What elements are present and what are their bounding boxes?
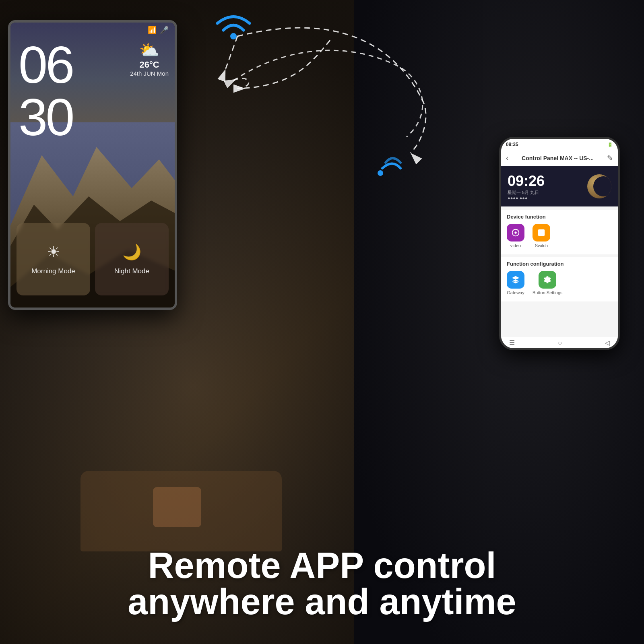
svg-rect-9 [538,229,545,236]
phone-header: ‹ Control Panel MAX -- US-... ✎ [501,150,618,166]
weather-widget: ⛅ 26°C 24th JUN Mon [130,41,169,77]
svg-point-4 [230,33,237,39]
phone-clock-date2: ●●●● ●●● [508,196,545,200]
gateway-icon [507,271,524,289]
back-button[interactable]: ‹ [506,154,508,162]
nav-back[interactable]: ◁ [605,339,610,347]
phone-clock-widget: 09:26 星期一 5月 九日 ●●●● ●●● [501,166,618,206]
tablet-body: 📶 🎤 06 30 ⛅ 26°C 24th JUN Mon ☀ Morning … [8,20,177,310]
gateway-label: Gateway [507,290,524,295]
tablet-status-bar: 📶 🎤 [148,26,169,35]
video-item[interactable]: video [507,224,524,248]
phone-content: 09:26 星期一 5月 九日 ●●●● ●●● Device function [501,166,618,337]
weather-date: 24th JUN Mon [130,70,169,77]
pillow [153,487,201,527]
switch-label: Switch [535,243,548,248]
nav-menu[interactable]: ☰ [509,339,515,347]
edit-button[interactable]: ✎ [607,154,613,163]
weather-temp: 26°C [130,60,169,70]
tablet-screen: 📶 🎤 06 30 ⛅ 26°C 24th JUN Mon ☀ Morning … [10,23,175,308]
tablet-wifi-icon: 📶 [148,26,157,35]
nav-home[interactable]: ○ [558,339,562,347]
phone-title: Control Panel MAX -- US-... [522,155,594,161]
tablet-clock: 06 30 [19,39,73,143]
function-config-section: Function configuration Gateway [501,257,618,301]
svg-rect-11 [542,231,543,234]
svg-point-5 [378,170,383,176]
tablet-hour: 06 [19,39,73,91]
button-settings-icon [539,271,556,289]
morning-mode-tile[interactable]: ☀ Morning Mode [17,223,90,295]
function-config-title: Function configuration [507,261,612,267]
video-label: video [510,243,521,248]
phone-moon-image [587,174,611,198]
phone-status-icons: 🔋 [607,142,613,147]
phone-status-bar: 09:35 🔋 [501,139,618,150]
device-function-title: Device function [507,214,612,220]
phone-clock-left: 09:26 星期一 5月 九日 ●●●● ●●● [508,173,545,200]
phone: 09:35 🔋 ‹ Control Panel MAX -- US-... ✎ … [499,137,620,350]
bottom-line2: anywhere and anytime [16,584,628,620]
phone-screen: 09:35 🔋 ‹ Control Panel MAX -- US-... ✎ … [501,139,618,348]
wifi-signal-phone [374,149,411,183]
wifi-signal-top [213,8,254,46]
phone-nav-bar: ☰ ○ ◁ [501,337,618,348]
weather-icon: ⛅ [130,41,169,60]
video-icon [507,224,524,242]
function-config-icons: Gateway Button Settings [507,271,612,299]
battery-icon: 🔋 [607,142,613,147]
tablet: 📶 🎤 06 30 ⛅ 26°C 24th JUN Mon ☀ Morning … [8,20,201,334]
button-settings-label: Button Settings [533,290,563,295]
tablet-mic-icon: 🎤 [160,26,169,35]
device-function-section: Device function video [501,210,618,254]
phone-status-time: 09:35 [506,142,518,147]
device-function-icons: video Switch [507,224,612,252]
night-label: Night Mode [114,267,149,275]
phone-clock-date: 星期一 5月 九日 [508,190,545,196]
night-mode-tile[interactable]: 🌙 Night Mode [95,223,169,295]
morning-label: Morning Mode [31,267,75,275]
bottom-line1: Remote APP control [16,547,628,584]
tablet-minute: 30 [19,91,73,143]
switch-icon [533,224,550,242]
gateway-item[interactable]: Gateway [507,271,524,295]
morning-icon: ☀ [47,243,60,261]
night-icon: 🌙 [122,243,141,261]
svg-point-8 [514,231,517,234]
button-settings-item[interactable]: Button Settings [533,271,563,295]
phone-body: 09:35 🔋 ‹ Control Panel MAX -- US-... ✎ … [499,137,620,350]
bottom-text-area: Remote APP control anywhere and anytime [0,547,644,620]
svg-rect-10 [539,231,541,234]
switch-item[interactable]: Switch [533,224,550,248]
mode-tiles: ☀ Morning Mode 🌙 Night Mode [17,223,169,295]
phone-clock-time: 09:26 [508,173,545,190]
